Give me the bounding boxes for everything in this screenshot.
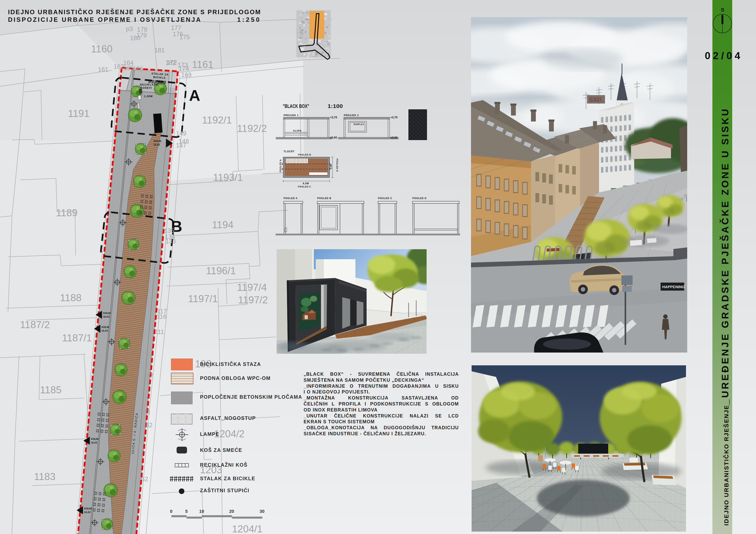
svg-text:111: 111 [155, 328, 164, 335]
svg-text:PRESJEK 2: PRESJEK 2 [344, 114, 359, 117]
svg-text:DISPLEJ: DISPLEJ [354, 123, 364, 125]
svg-text:1191: 1191 [68, 108, 90, 119]
svg-text:+2,70: +2,70 [330, 116, 337, 119]
svg-text:ULAZ: ULAZ [153, 143, 160, 146]
svg-text:1196/1: 1196/1 [206, 265, 236, 276]
svg-text:1185: 1185 [40, 384, 62, 395]
svg-text:A: A [189, 87, 200, 104]
svg-text:1193/1: 1193/1 [213, 172, 243, 183]
svg-text:1: 1 [282, 163, 283, 165]
svg-text:ULAZ: ULAZ [103, 315, 110, 318]
svg-text:1197/4: 1197/4 [237, 282, 267, 293]
svg-text:83: 83 [143, 409, 150, 416]
svg-text:±0,00: ±0,00 [391, 136, 397, 139]
svg-text:PRESJEK 1: PRESJEK 1 [284, 114, 299, 117]
svg-text:POGLED D: POGLED D [336, 159, 338, 172]
svg-text:HAPPENING: HAPPENING [662, 285, 685, 289]
svg-text:1183: 1183 [34, 471, 56, 482]
svg-text:p3: p3 [126, 25, 133, 32]
svg-text:30: 30 [259, 509, 264, 514]
svg-text:175: 175 [179, 34, 190, 40]
svg-text:1188: 1188 [60, 292, 82, 303]
svg-text:POGLED A: POGLED A [284, 197, 298, 200]
svg-text:1194: 1194 [212, 219, 233, 230]
svg-text:92: 92 [147, 372, 153, 379]
svg-text:62: 62 [141, 476, 148, 483]
svg-text:1161: 1161 [192, 59, 214, 70]
svg-text:KOLNI: KOLNI [91, 438, 98, 441]
svg-text:RECIKLAŽNI: RECIKLAŽNI [140, 83, 159, 86]
svg-text:2: 2 [282, 168, 283, 170]
svg-text:S32!: S32! [589, 96, 602, 103]
svg-text:161: 161 [98, 66, 108, 73]
svg-text:1189: 1189 [56, 207, 78, 218]
svg-text:5: 5 [185, 509, 188, 514]
svg-text:6,0M: 6,0M [303, 182, 309, 185]
svg-text:TLOCRT: TLOCRT [284, 150, 295, 153]
svg-text:KOLNI: KOLNI [102, 326, 109, 329]
svg-text:1192/1: 1192/1 [202, 114, 232, 126]
svg-text:±0,00: ±0,00 [330, 136, 337, 139]
svg-text:1197/1: 1197/1 [188, 293, 218, 304]
svg-text:ULAZ: ULAZ [84, 511, 91, 514]
svg-text:KLUPA: KLUPA [293, 130, 302, 132]
svg-text:1187/2: 1187/2 [20, 319, 50, 330]
svg-text:KOLNI: KOLNI [103, 312, 111, 315]
svg-text:82: 82 [146, 422, 152, 429]
svg-text:20: 20 [229, 509, 234, 514]
svg-text:165: 165 [123, 64, 134, 71]
svg-text:0: 0 [170, 509, 173, 514]
svg-text:1160: 1160 [91, 43, 113, 55]
svg-text:10: 10 [199, 509, 204, 514]
svg-text:+2,70: +2,70 [391, 116, 398, 119]
svg-text:2,5M: 2,5M [330, 164, 332, 169]
svg-text:181: 181 [154, 47, 165, 54]
svg-text:POGLED B: POGLED B [298, 153, 311, 156]
svg-text:POGLED C: POGLED C [378, 197, 392, 200]
svg-text:1204/1: 1204/1 [232, 523, 263, 534]
svg-text:147: 147 [176, 142, 186, 149]
svg-text:116: 116 [157, 313, 166, 320]
svg-text:POGLED D: POGLED D [412, 197, 427, 200]
svg-text:1187/1: 1187/1 [62, 332, 92, 343]
svg-text:177: 177 [171, 24, 181, 31]
svg-text:ULAZ: ULAZ [102, 329, 108, 332]
svg-text:"BLACK BOX": "BLACK BOX" [283, 103, 309, 109]
svg-text:POGLED A: POGLED A [279, 159, 282, 172]
svg-text:174: 174 [178, 65, 189, 72]
svg-text:172: 172 [167, 59, 177, 66]
svg-text:169: 169 [181, 71, 192, 78]
svg-text:1197/2: 1197/2 [238, 294, 268, 306]
svg-text:KOŠEVI: KOŠEVI [140, 86, 152, 89]
svg-text:1192/2: 1192/2 [237, 123, 267, 134]
svg-text:POGLED C: POGLED C [298, 186, 311, 188]
svg-text:1:100: 1:100 [328, 103, 343, 109]
svg-text:162: 162 [114, 63, 124, 70]
svg-text:POGLED B: POGLED B [317, 197, 331, 200]
svg-text:1,00M: 1,00M [144, 95, 153, 98]
svg-text:KOLNI: KOLNI [84, 507, 92, 510]
svg-text:166: 166 [133, 65, 143, 72]
svg-text:149: 149 [176, 130, 186, 137]
svg-text:ULAZ: ULAZ [91, 441, 97, 444]
svg-text:KOLNI: KOLNI [153, 140, 161, 142]
svg-text:180: 180 [130, 35, 140, 41]
svg-text:133: 133 [165, 238, 176, 245]
